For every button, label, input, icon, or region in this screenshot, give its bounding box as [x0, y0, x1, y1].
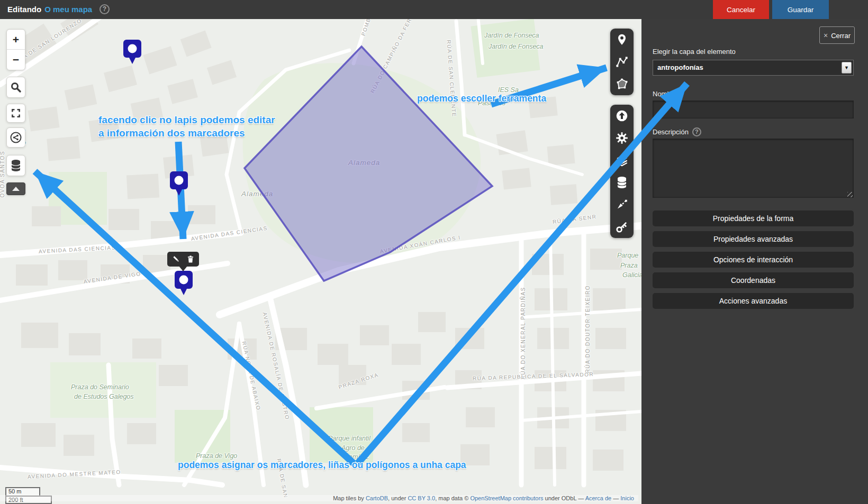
attribution-link[interactable]: CC BY 3.0: [408, 495, 435, 501]
interaction-options-button[interactable]: Opciones de interacción: [653, 252, 854, 268]
collapse-control[interactable]: [6, 182, 25, 195]
polygon-tool-icon: [615, 77, 629, 91]
marker-tool-icon: [615, 33, 629, 47]
annotation-assign-layer: podemos asignar os marcadores, liñas ou …: [178, 460, 466, 471]
feature-edit-panel: ×Cerrar Elegir la capa del elemento antr…: [641, 19, 868, 504]
attribution-text: , under: [388, 495, 408, 501]
permissions-button[interactable]: [610, 216, 634, 238]
fullscreen-control[interactable]: [6, 104, 25, 123]
attribution-text: Map tiles by: [333, 495, 366, 501]
select-caret-icon: ▼: [842, 62, 852, 74]
help-icon[interactable]: ?: [692, 127, 701, 136]
attribution-text: —: [611, 495, 620, 501]
draw-marker-button[interactable]: [610, 29, 634, 51]
search-control[interactable]: [6, 77, 25, 98]
data-browser-control[interactable]: [6, 155, 25, 176]
advanced-properties-button[interactable]: Propiedades avanzadas: [653, 231, 854, 247]
attribution-link[interactable]: OpenStreetMap contributors: [470, 495, 543, 501]
layer-select-value: antropofonías: [657, 60, 703, 75]
description-textarea[interactable]: [653, 139, 854, 198]
share-control[interactable]: [6, 127, 25, 148]
name-input[interactable]: [653, 100, 854, 118]
panel-section-buttons: Propiedades de la formaPropiedades avanz…: [653, 210, 854, 314]
zoom-in-button[interactable]: +: [7, 30, 25, 50]
coordinates-button[interactable]: Coordenadas: [653, 272, 854, 288]
pencil-icon: [172, 255, 180, 263]
annotation-edit-pencil-line1: facendo clic no lapis podemos editar: [98, 113, 275, 126]
annotation-edit-pencil: facendo clic no lapis podemos editar a i…: [98, 113, 275, 140]
trash-icon: [186, 255, 195, 263]
import-icon: [615, 109, 629, 123]
marker-pin-icon: [123, 40, 141, 65]
draw-toolbar: [610, 29, 634, 95]
attribution-link[interactable]: CartoDB: [366, 495, 388, 501]
search-icon: [10, 81, 22, 93]
scale-metric: 50 m: [5, 487, 40, 496]
marker-pin-icon: [175, 271, 193, 296]
editing-title: EditandoO meu mapa: [7, 0, 92, 19]
gear-icon: [615, 131, 629, 145]
textarea-resize-grip[interactable]: [847, 192, 853, 197]
database-icon: [10, 159, 22, 172]
map-toolbar: [610, 105, 634, 238]
save-button[interactable]: Guardar: [772, 0, 829, 19]
feature-layer: [0, 19, 641, 504]
description-field-label: Descripción ?: [653, 127, 701, 136]
attribution-text: —: [576, 495, 585, 501]
collapse-up-icon: [12, 186, 20, 191]
name-field-label: Nombre: [653, 90, 677, 98]
layer-select[interactable]: antropofonías ▼: [653, 60, 854, 76]
shape-properties-button[interactable]: Propiedades de la forma: [653, 210, 854, 226]
cancel-button[interactable]: Cancelar: [713, 0, 769, 19]
manage-layers-button[interactable]: [610, 149, 634, 171]
attribution-text: , map data ©: [435, 495, 470, 501]
attribution: Map tiles by CartoDB, under CC BY 3.0, m…: [0, 495, 638, 501]
map-title[interactable]: O meu mapa: [44, 5, 92, 14]
description-label-text: Descripción: [653, 128, 689, 136]
map-marker[interactable]: [123, 40, 141, 67]
database-icon: [616, 176, 628, 189]
annotation-choose-tool: podemos escoller ferramenta: [417, 93, 546, 104]
zoom-in-icon: +: [13, 33, 19, 46]
zoom-control: + −: [6, 29, 25, 70]
zoom-out-icon: −: [13, 53, 19, 66]
layer-select-label: Elegir la capa del elemento: [653, 48, 736, 56]
layers-icon: [615, 153, 629, 167]
close-label: Cerrar: [831, 32, 851, 40]
attribution-link[interactable]: Acerca de: [585, 495, 612, 501]
key-icon: [615, 220, 629, 234]
topbar: EditandoO meu mapa ? Cancelar Guardar: [0, 0, 868, 19]
annotation-edit-pencil-line2: a información dos marcadores: [98, 126, 275, 140]
draw-polygon-button[interactable]: [610, 73, 634, 95]
zoom-out-button[interactable]: −: [7, 50, 25, 70]
map-canvas[interactable]: Jardín de FonsecaJardín de FonsecaIES Sa…: [0, 19, 641, 504]
import-data-button[interactable]: [610, 105, 634, 127]
measure-button[interactable]: [610, 194, 634, 216]
editing-prefix: Editando: [7, 5, 41, 14]
advanced-actions-button[interactable]: Acciones avanzadas: [653, 293, 854, 309]
map-editor-app: Jardín de FonsecaJardín de FonsecaIES Sa…: [0, 0, 868, 504]
map-marker[interactable]: [175, 271, 193, 298]
marker-pin-icon: [170, 171, 188, 197]
draw-polyline-button[interactable]: [610, 51, 634, 73]
share-icon: [10, 131, 22, 144]
close-panel-button[interactable]: ×Cerrar: [819, 26, 855, 44]
polygon-feature[interactable]: [245, 47, 492, 281]
map-settings-button[interactable]: [610, 127, 634, 149]
measure-icon: [615, 198, 629, 212]
attribution-text: under ODbL: [544, 495, 577, 501]
marker-edit-popup: [167, 252, 199, 267]
close-icon: ×: [824, 31, 828, 40]
attribution-link[interactable]: Inicio: [620, 495, 634, 501]
polyline-tool-icon: [615, 55, 629, 69]
browse-data-button[interactable]: [610, 171, 634, 194]
delete-trash-button[interactable]: [186, 254, 195, 264]
fullscreen-icon: [11, 108, 21, 118]
map-marker[interactable]: [170, 171, 188, 199]
edit-pencil-button[interactable]: [171, 254, 181, 264]
popup-tail: [179, 266, 187, 271]
help-icon[interactable]: ?: [100, 4, 110, 14]
